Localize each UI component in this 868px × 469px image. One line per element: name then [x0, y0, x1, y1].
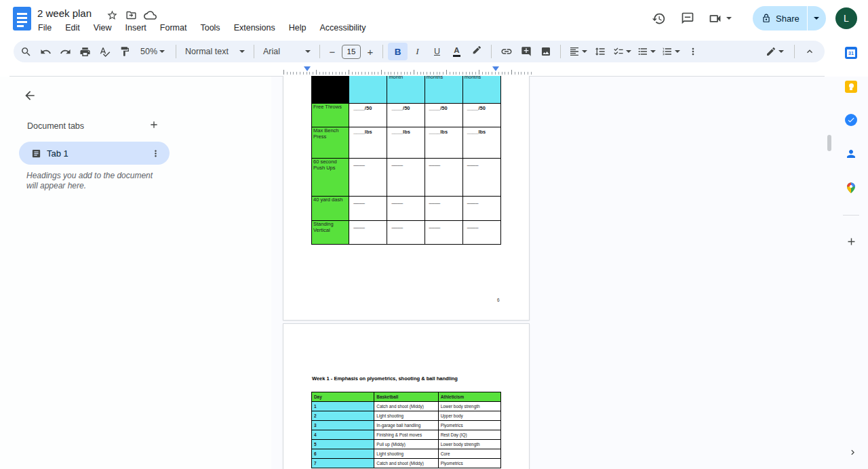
menu-view[interactable]: View — [91, 22, 115, 34]
week1-day-cell[interactable]: 6 — [312, 449, 374, 459]
assessment-col-header[interactable]: After three months — [462, 76, 500, 104]
week1-day-cell[interactable]: 7 — [312, 459, 374, 468]
avatar[interactable]: L — [835, 7, 857, 29]
week1-cell[interactable]: Lower body strength — [438, 402, 500, 411]
assessment-cell[interactable]: ____lbs — [387, 127, 425, 159]
ruler-left-indent-marker[interactable] — [304, 66, 311, 71]
comment-history-button[interactable] — [678, 9, 697, 28]
menu-insert[interactable]: Insert — [123, 22, 149, 34]
contacts-icon[interactable] — [845, 148, 857, 160]
maps-icon[interactable] — [845, 182, 857, 194]
week1-cell[interactable]: Core — [438, 449, 500, 459]
insert-link-button[interactable] — [496, 43, 516, 60]
decrease-font-size-button[interactable]: − — [325, 43, 340, 60]
assessment-cell[interactable]: ____ — [349, 221, 387, 245]
assessment-cell[interactable]: ____/50 — [349, 104, 387, 127]
paragraph-style-select[interactable]: Normal text — [181, 43, 249, 60]
insert-image-button[interactable] — [536, 43, 555, 60]
search-menus-button[interactable] — [16, 43, 36, 60]
week1-cell[interactable]: Plyometrics — [438, 421, 500, 430]
week1-cell[interactable]: Upper body — [438, 411, 500, 421]
menu-help[interactable]: Help — [286, 22, 309, 34]
assessment-row-label[interactable]: Free Throws — [312, 104, 349, 127]
week1-cell[interactable]: In-garage ball handling — [374, 421, 438, 430]
sidebar-tab-1[interactable]: Tab 1 — [19, 142, 170, 165]
week1-day-cell[interactable]: 5 — [312, 440, 374, 449]
version-history-button[interactable] — [649, 9, 668, 28]
assessment-row-label[interactable]: 60 second Push Ups — [312, 159, 349, 197]
assessment-cell[interactable]: ____/50 — [425, 104, 462, 127]
bold-button[interactable]: B — [388, 43, 408, 60]
highlight-color-button[interactable] — [467, 43, 486, 60]
ruler-right-indent-marker[interactable] — [492, 66, 499, 71]
text-color-button[interactable]: A — [447, 43, 467, 60]
line-spacing-button[interactable] — [590, 43, 610, 60]
document-title[interactable]: 2 week plan — [37, 7, 92, 19]
menu-file[interactable]: File — [35, 22, 54, 34]
tab-menu-icon[interactable] — [151, 148, 161, 159]
add-tab-button[interactable] — [145, 116, 163, 134]
undo-button[interactable] — [36, 43, 56, 60]
add-comment-button[interactable] — [516, 43, 536, 60]
assessment-col-header[interactable]: Start — [349, 76, 387, 104]
menu-accessibility[interactable]: Accessibility — [317, 22, 369, 34]
menu-tools[interactable]: Tools — [197, 22, 222, 34]
assessment-row-label[interactable]: 40 yard dash — [312, 197, 349, 221]
font-size-input[interactable]: 15 — [342, 45, 361, 59]
increase-font-size-button[interactable]: + — [363, 43, 378, 60]
assessment-cell[interactable]: ____/50 — [387, 104, 425, 127]
assessment-cell[interactable]: ____/50 — [462, 104, 500, 127]
scrollbar-thumb[interactable] — [827, 135, 831, 151]
share-caret-icon[interactable] — [814, 17, 819, 20]
week1-cell[interactable]: Lower body strength — [438, 440, 500, 449]
menu-extensions[interactable]: Extensions — [231, 22, 278, 34]
print-button[interactable] — [75, 43, 95, 60]
week1-col-header[interactable]: Athleticism — [438, 392, 500, 402]
assessment-cell[interactable]: ____ — [349, 197, 387, 221]
document-page-1[interactable]: StartAfter one monthAfter two monthsAfte… — [283, 76, 530, 321]
keep-icon[interactable] — [845, 81, 857, 93]
collapse-toolbar-button[interactable] — [800, 43, 819, 60]
spellcheck-button[interactable] — [95, 43, 115, 60]
calendar-icon[interactable]: 31 — [845, 47, 857, 59]
assessment-cell[interactable]: ____ — [387, 197, 425, 221]
assessment-cell[interactable]: ____ — [387, 221, 425, 245]
week1-cell[interactable]: Finishing & Post moves — [374, 430, 438, 440]
paint-format-button[interactable] — [115, 43, 134, 60]
hide-side-panel-button[interactable] — [846, 446, 859, 458]
assessment-col-header[interactable]: After two months — [425, 76, 462, 104]
week1-day-cell[interactable]: 4 — [312, 430, 374, 440]
assessment-cell[interactable]: ____lbs — [462, 127, 500, 159]
assessment-cell[interactable]: ____ — [462, 221, 500, 245]
more-options-button[interactable] — [683, 43, 703, 60]
assessment-cell[interactable]: ____ — [387, 159, 425, 197]
assessment-cell[interactable]: ____ — [425, 159, 462, 197]
editing-mode-button[interactable] — [760, 43, 789, 60]
zoom-select[interactable]: 50% — [134, 43, 171, 60]
close-panel-button[interactable] — [20, 86, 39, 105]
week1-heading[interactable]: Week 1 - Emphasis on plyometrics, shooti… — [312, 375, 458, 382]
week1-cell[interactable]: Light shooting — [374, 449, 438, 459]
week1-day-cell[interactable]: 1 — [312, 402, 374, 411]
assessment-row-label[interactable]: Standing Vertical — [312, 221, 349, 245]
underline-button[interactable]: U — [427, 43, 447, 60]
week1-day-cell[interactable]: 2 — [312, 411, 374, 421]
bulleted-list-button[interactable] — [634, 43, 658, 60]
assessment-cell[interactable]: ____lbs — [349, 127, 387, 159]
video-call-button[interactable] — [708, 9, 732, 28]
assessment-col-header[interactable] — [312, 76, 349, 104]
get-addons-button[interactable] — [845, 235, 857, 247]
assessment-row-label[interactable]: Max Bench Press — [312, 127, 349, 159]
week1-cell[interactable]: Plyometrics — [438, 459, 500, 468]
assessment-col-header[interactable]: After one month — [387, 76, 425, 104]
redo-button[interactable] — [56, 43, 75, 60]
share-button[interactable]: Share — [753, 6, 826, 30]
docs-logo-icon[interactable] — [13, 7, 31, 30]
document-page-2[interactable]: Week 1 - Emphasis on plyometrics, shooti… — [283, 323, 530, 469]
week1-cell[interactable]: Pull up (Middy) — [374, 440, 438, 449]
italic-button[interactable]: I — [408, 43, 427, 60]
assessment-cell[interactable]: ____lbs — [425, 127, 462, 159]
assessment-cell[interactable]: ____ — [462, 197, 500, 221]
week1-cell[interactable]: Light shooting — [374, 411, 438, 421]
checklist-button[interactable] — [610, 43, 634, 60]
